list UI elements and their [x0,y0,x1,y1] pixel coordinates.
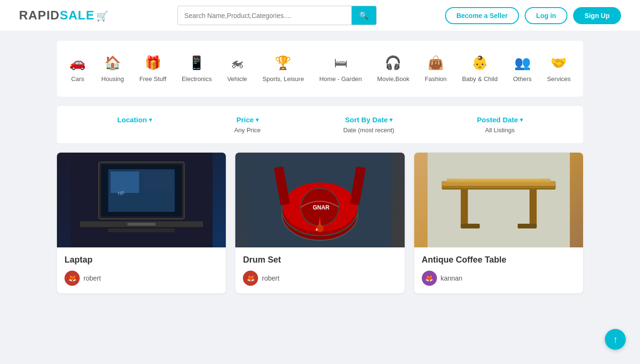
listing-user-drum-set: 🦊 robert [243,271,397,286]
cars-icon: 🚗 [69,55,86,71]
category-item-sports-leisure[interactable]: 🏆 Sports, Leisure [257,50,309,87]
category-item-fashion[interactable]: 👜 Fashion [419,50,452,87]
price-chevron: ▾ [256,117,259,123]
fashion-label: Fashion [425,75,446,82]
category-item-others[interactable]: 👥 Others [508,50,538,87]
category-item-movie-book[interactable]: 🎧 Movie,Book [371,50,415,87]
user-name-laptop: robert [83,274,101,282]
posted-date-chevron: ▾ [520,117,523,123]
filter-price[interactable]: Price ▾ Any Price [234,116,261,134]
logo: RAPIDSALE🛒 [19,8,109,23]
svg-rect-4 [111,172,139,193]
listing-title-antique-table: Antique Coffee Table [422,255,575,265]
category-item-electronics[interactable]: 📱 Electronics [176,50,218,87]
svg-rect-5 [144,172,172,191]
listing-body-drum-set: Drum Set 🦊 robert [235,247,404,293]
svg-text:★: ★ [315,228,318,232]
baby-child-icon: 👶 [472,55,488,71]
listing-user-antique-table: 🦊 kannan [422,271,575,286]
user-name-drum-set: robert [262,274,279,282]
user-avatar-drum-set: 🦊 [243,271,258,286]
listing-card-laptop[interactable]: HP Laptap 🦊 robert [57,153,226,293]
listing-image-laptop: HP [57,153,226,247]
category-item-services[interactable]: 🤝 Services [541,50,576,87]
movie-book-label: Movie,Book [377,75,409,82]
cars-label: Cars [71,75,84,82]
search-bar: 🔍 [177,6,377,25]
svg-rect-26 [461,190,468,228]
listings-section: HP Laptap 🦊 robert GNAR ★ Drum Se [57,153,583,293]
header-actions: Become a Seller Log in Sign Up [445,7,621,24]
user-name-antique-table: kannan [441,274,463,282]
listing-body-laptop: Laptap 🦊 robert [57,247,226,293]
listing-card-antique-table[interactable]: Antique Coffee Table 🦊 kannan [414,153,583,293]
home-garden-icon: 🛏 [334,55,347,71]
listing-user-laptop: 🦊 robert [65,271,218,286]
svg-rect-27 [529,190,537,228]
home-garden-label: Home - Garden [319,75,362,82]
posted-date-label[interactable]: Posted Date ▾ [477,116,523,124]
category-bar: 🚗 Cars 🏠 Housing 🎁 Free Stuff 📱 Electron… [57,41,583,97]
category-item-cars[interactable]: 🚗 Cars [64,50,92,87]
login-button[interactable]: Log in [525,7,567,24]
services-label: Services [547,75,571,82]
filter-location[interactable]: Location ▾ [117,116,152,124]
sort-by-date-sub: Date (most recent) [343,127,394,134]
listing-title-drum-set: Drum Set [243,255,397,265]
logo-icon: 🛒 [96,11,109,21]
become-seller-button[interactable]: Become a Seller [445,7,519,24]
free-stuff-icon: 🎁 [145,55,161,71]
header: RAPIDSALE🛒 🔍 Become a Seller Log in Sign… [0,0,640,31]
svg-rect-20 [427,153,570,247]
signup-button[interactable]: Sign Up [573,7,621,24]
baby-child-label: Baby & Child [462,75,498,82]
listing-image-drum-set: GNAR ★ [235,153,404,247]
listing-title-laptop: Laptap [65,255,218,265]
location-label[interactable]: Location ▾ [117,116,152,124]
vehicle-label: Vehicle [227,75,247,82]
user-avatar-laptop: 🦊 [65,271,80,286]
price-label[interactable]: Price ▾ [236,116,259,124]
posted-date-sub: All Listings [485,127,515,134]
filter-posted-date[interactable]: Posted Date ▾ All Listings [477,116,523,134]
sort-by-date-label[interactable]: Sort By Date ▾ [345,116,392,124]
listing-image-antique-table [414,153,583,247]
others-icon: 👥 [514,55,531,71]
svg-rect-8 [108,228,175,232]
listing-body-antique-table: Antique Coffee Table 🦊 kannan [414,247,583,293]
category-item-vehicle[interactable]: 🏍 Vehicle [222,50,253,87]
svg-rect-28 [461,224,480,228]
fashion-icon: 👜 [427,55,444,71]
svg-rect-7 [127,223,156,226]
sports-leisure-icon: 🏆 [275,55,291,71]
svg-rect-29 [518,224,537,228]
housing-icon: 🏠 [104,55,121,71]
user-avatar-antique-table: 🦊 [422,271,437,286]
housing-label: Housing [102,75,124,82]
electronics-icon: 📱 [188,55,205,71]
others-label: Others [513,75,532,82]
sort-by-date-chevron: ▾ [390,117,392,123]
category-item-housing[interactable]: 🏠 Housing [96,50,130,87]
filter-sort-by-date[interactable]: Sort By Date ▾ Date (most recent) [343,116,394,134]
svg-text:HP: HP [118,191,124,196]
svg-text:GNAR: GNAR [313,204,330,211]
search-button[interactable]: 🔍 [352,6,376,25]
category-item-home-garden[interactable]: 🛏 Home - Garden [314,50,368,87]
location-chevron: ▾ [149,117,152,123]
search-input[interactable] [178,7,352,24]
free-stuff-label: Free Stuff [139,75,167,82]
category-item-baby-child[interactable]: 👶 Baby & Child [456,50,503,87]
filters-bar: Location ▾ Price ▾ Any Price Sort By Dat… [57,106,583,143]
vehicle-icon: 🏍 [231,55,244,71]
listing-card-drum-set[interactable]: GNAR ★ Drum Set 🦊 robert [235,153,404,293]
services-icon: 🤝 [550,55,567,71]
category-item-free-stuff[interactable]: 🎁 Free Stuff [134,50,172,87]
category-list: 🚗 Cars 🏠 Housing 🎁 Free Stuff 📱 Electron… [62,50,578,87]
electronics-label: Electronics [182,75,212,82]
sports-leisure-label: Sports, Leisure [262,75,304,82]
movie-book-icon: 🎧 [385,55,401,71]
price-sub: Any Price [234,127,261,134]
